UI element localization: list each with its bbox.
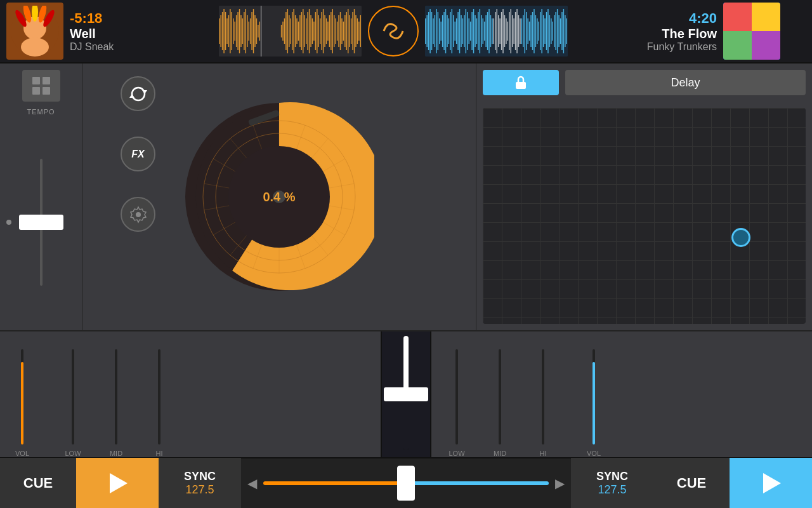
left-tempo-panel: TEMPO [0, 64, 82, 330]
svg-rect-163 [558, 15, 559, 47]
waveform-right[interactable] [425, 6, 568, 57]
deck-left-time: -5:18 [70, 10, 213, 27]
svg-point-2 [21, 37, 49, 57]
vol-fader-left: VOL [0, 347, 44, 457]
svg-rect-17 [232, 12, 232, 50]
svg-rect-152 [541, 9, 542, 53]
sync-button-right[interactable]: SYNC 127.5 [571, 458, 653, 508]
svg-rect-91 [752, 3, 780, 31]
svg-rect-58 [315, 12, 316, 50]
svg-rect-14 [226, 18, 227, 44]
svg-rect-172 [498, 15, 499, 47]
sync-bpm-right: 127.5 [598, 483, 626, 497]
svg-rect-80 [349, 15, 350, 47]
svg-rect-74 [340, 12, 341, 50]
fx-button[interactable]: FX [121, 137, 155, 171]
right-fx-panel: Delay [476, 64, 812, 330]
svg-rect-88 [261, 6, 261, 57]
svg-rect-16 [230, 9, 230, 53]
svg-rect-120 [464, 15, 464, 47]
svg-rect-137 [490, 15, 491, 47]
crossfader-track[interactable] [263, 467, 549, 499]
turntable[interactable]: 0.4 % [184, 102, 374, 292]
svg-rect-34 [258, 25, 258, 37]
deck-right-title: The Flow [662, 27, 717, 41]
svg-rect-10 [220, 15, 221, 47]
svg-rect-81 [351, 18, 351, 44]
waveform-left[interactable] [219, 6, 362, 57]
fx-dot[interactable] [731, 228, 750, 247]
svg-marker-219 [763, 473, 781, 493]
vol-label-left: VOL [15, 450, 29, 457]
svg-rect-154 [544, 18, 545, 44]
svg-rect-188 [43, 77, 50, 84]
svg-rect-185 [518, 15, 519, 47]
svg-rect-169 [494, 18, 494, 44]
svg-rect-36 [281, 25, 282, 37]
svg-rect-68 [331, 12, 331, 50]
deck-left-info: -5:18 Well DJ Sneak [70, 10, 213, 53]
svg-rect-78 [346, 12, 347, 50]
svg-rect-176 [504, 15, 505, 47]
svg-rect-129 [478, 12, 478, 50]
svg-rect-138 [492, 18, 492, 44]
tempo-slider-thumb[interactable] [19, 215, 63, 230]
loop-button[interactable] [121, 76, 155, 111]
low-label-right: LOW [449, 450, 464, 457]
svg-rect-59 [317, 9, 317, 53]
svg-rect-33 [256, 18, 257, 44]
svg-rect-139 [521, 18, 522, 44]
lock-button[interactable] [483, 70, 559, 95]
vol-label-right: VOL [587, 450, 601, 457]
center-turntable-panel: FX [82, 64, 476, 330]
svg-rect-64 [324, 15, 325, 47]
crossfader-area: ◀ ▶ [241, 467, 571, 499]
deck-right-header: 4:20 The Flow Funky Trunkers [419, 0, 787, 62]
fx-pad[interactable] [483, 108, 806, 324]
deck-left-artist: DJ Sneak [70, 41, 213, 53]
hi-label-right: HI [540, 450, 547, 457]
crossfader-arrow-right[interactable]: ▶ [555, 476, 565, 491]
svg-rect-127 [475, 15, 475, 47]
svg-rect-53 [307, 12, 308, 50]
cue-button-left[interactable]: CUE [0, 458, 76, 508]
svg-rect-46 [296, 18, 297, 44]
crossfader-arrow-left[interactable]: ◀ [247, 476, 257, 491]
svg-rect-67 [329, 15, 330, 47]
mid-label-left: MID [110, 450, 122, 457]
tempo-label: TEMPO [27, 108, 55, 116]
sync-label-left: SYNC [184, 470, 216, 483]
play-button-right[interactable] [730, 458, 812, 508]
svg-rect-92 [723, 31, 752, 60]
svg-rect-30 [251, 12, 252, 50]
settings-button[interactable] [121, 197, 155, 232]
svg-rect-96 [426, 15, 427, 47]
upfader-thumb[interactable] [384, 387, 428, 401]
cue-button-right[interactable]: CUE [653, 458, 730, 508]
svg-rect-179 [509, 12, 509, 50]
mixer-left: VOL LOW MID HI [0, 331, 381, 457]
crossfader-thumb[interactable] [397, 466, 415, 501]
hi-label-left: HI [156, 450, 163, 457]
svg-rect-174 [501, 12, 502, 50]
svg-rect-73 [338, 15, 339, 47]
svg-rect-136 [488, 9, 489, 53]
svg-rect-122 [467, 12, 468, 50]
play-button-left[interactable] [76, 458, 159, 508]
album-art-right[interactable] [723, 3, 780, 60]
album-art-left[interactable] [6, 3, 63, 60]
svg-rect-107 [443, 12, 444, 50]
sync-button-left[interactable]: SYNC 127.5 [159, 458, 241, 508]
svg-rect-132 [482, 18, 483, 44]
deck-left-header: -5:18 Well DJ Sneak [0, 0, 368, 62]
vol-bar-left [21, 362, 23, 444]
main-area: TEMPO FX [0, 64, 812, 330]
svg-rect-114 [454, 22, 455, 41]
delay-button[interactable]: Delay [565, 70, 806, 95]
svg-rect-63 [323, 9, 324, 53]
sync-bpm-left: 127.5 [185, 483, 214, 497]
center-logo[interactable] [368, 6, 419, 57]
svg-rect-150 [539, 22, 539, 41]
grid-button[interactable] [22, 70, 60, 102]
top-bar: -5:18 Well DJ Sneak [0, 0, 812, 64]
